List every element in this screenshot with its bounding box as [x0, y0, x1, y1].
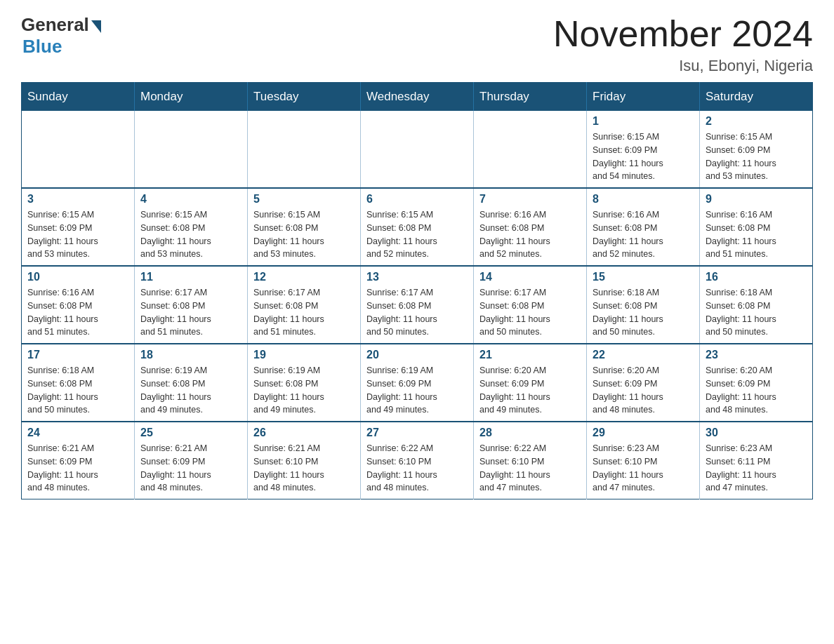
calendar-cell: 30Sunrise: 6:23 AMSunset: 6:11 PMDayligh… [700, 422, 813, 499]
calendar-cell: 11Sunrise: 6:17 AMSunset: 6:08 PMDayligh… [135, 266, 248, 344]
day-info: Sunrise: 6:20 AMSunset: 6:09 PMDaylight:… [706, 364, 807, 417]
day-info: Sunrise: 6:23 AMSunset: 6:10 PMDaylight:… [593, 442, 694, 495]
calendar-cell [22, 111, 135, 188]
weekday-header-sunday: Sunday [22, 83, 135, 112]
day-info: Sunrise: 6:22 AMSunset: 6:10 PMDaylight:… [479, 442, 581, 495]
day-info: Sunrise: 6:19 AMSunset: 6:08 PMDaylight:… [140, 364, 241, 417]
day-info: Sunrise: 6:19 AMSunset: 6:09 PMDaylight:… [366, 364, 468, 417]
weekday-header-wednesday: Wednesday [361, 83, 474, 112]
calendar-cell: 4Sunrise: 6:15 AMSunset: 6:08 PMDaylight… [135, 188, 248, 266]
day-number: 9 [706, 193, 807, 206]
calendar-header: SundayMondayTuesdayWednesdayThursdayFrid… [22, 83, 813, 112]
title-section: November 2024 Isu, Ebonyi, Nigeria [553, 14, 813, 75]
calendar-cell [135, 111, 248, 188]
day-number: 21 [479, 349, 581, 361]
day-info: Sunrise: 6:21 AMSunset: 6:10 PMDaylight:… [253, 442, 355, 495]
calendar-cell: 21Sunrise: 6:20 AMSunset: 6:09 PMDayligh… [474, 344, 587, 422]
day-number: 15 [593, 271, 694, 283]
day-info: Sunrise: 6:18 AMSunset: 6:08 PMDaylight:… [27, 364, 128, 417]
week-row-4: 17Sunrise: 6:18 AMSunset: 6:08 PMDayligh… [22, 344, 813, 422]
day-info: Sunrise: 6:20 AMSunset: 6:09 PMDaylight:… [479, 364, 581, 417]
calendar-cell: 23Sunrise: 6:20 AMSunset: 6:09 PMDayligh… [700, 344, 813, 422]
day-number: 17 [27, 349, 128, 361]
day-number: 4 [140, 193, 241, 206]
calendar-cell: 2Sunrise: 6:15 AMSunset: 6:09 PMDaylight… [700, 111, 813, 188]
day-info: Sunrise: 6:21 AMSunset: 6:09 PMDaylight:… [27, 442, 128, 495]
calendar-cell: 17Sunrise: 6:18 AMSunset: 6:08 PMDayligh… [22, 344, 135, 422]
calendar-cell [248, 111, 361, 188]
day-number: 3 [27, 193, 128, 206]
calendar-cell: 7Sunrise: 6:16 AMSunset: 6:08 PMDaylight… [474, 188, 587, 266]
weekday-header-row: SundayMondayTuesdayWednesdayThursdayFrid… [22, 83, 813, 112]
day-info: Sunrise: 6:17 AMSunset: 6:08 PMDaylight:… [366, 286, 468, 339]
day-number: 19 [253, 349, 355, 361]
logo-arrow-icon [91, 20, 101, 33]
logo: General Blue [21, 14, 101, 58]
page-header: General Blue November 2024 Isu, Ebonyi, … [21, 14, 813, 75]
calendar-cell: 8Sunrise: 6:16 AMSunset: 6:08 PMDaylight… [587, 188, 700, 266]
day-info: Sunrise: 6:19 AMSunset: 6:08 PMDaylight:… [253, 364, 355, 417]
day-number: 16 [706, 271, 807, 283]
calendar-cell: 6Sunrise: 6:15 AMSunset: 6:08 PMDaylight… [361, 188, 474, 266]
calendar-cell: 9Sunrise: 6:16 AMSunset: 6:08 PMDaylight… [700, 188, 813, 266]
day-number: 27 [366, 427, 468, 439]
calendar-body: 1Sunrise: 6:15 AMSunset: 6:09 PMDaylight… [22, 111, 813, 499]
week-row-3: 10Sunrise: 6:16 AMSunset: 6:08 PMDayligh… [22, 266, 813, 344]
logo-blue-text: Blue [22, 36, 62, 58]
calendar-cell: 22Sunrise: 6:20 AMSunset: 6:09 PMDayligh… [587, 344, 700, 422]
day-info: Sunrise: 6:16 AMSunset: 6:08 PMDaylight:… [593, 208, 694, 261]
calendar-cell: 10Sunrise: 6:16 AMSunset: 6:08 PMDayligh… [22, 266, 135, 344]
day-number: 24 [27, 427, 128, 439]
day-info: Sunrise: 6:15 AMSunset: 6:09 PMDaylight:… [706, 130, 807, 183]
day-number: 13 [366, 271, 468, 283]
calendar-cell: 27Sunrise: 6:22 AMSunset: 6:10 PMDayligh… [361, 422, 474, 499]
calendar-cell: 26Sunrise: 6:21 AMSunset: 6:10 PMDayligh… [248, 422, 361, 499]
calendar-title: November 2024 [553, 14, 813, 54]
day-info: Sunrise: 6:16 AMSunset: 6:08 PMDaylight:… [706, 208, 807, 261]
day-number: 23 [706, 349, 807, 361]
day-number: 8 [593, 193, 694, 206]
calendar-cell: 18Sunrise: 6:19 AMSunset: 6:08 PMDayligh… [135, 344, 248, 422]
calendar-cell: 19Sunrise: 6:19 AMSunset: 6:08 PMDayligh… [248, 344, 361, 422]
logo-general-text: General [21, 14, 89, 36]
calendar-cell: 1Sunrise: 6:15 AMSunset: 6:09 PMDaylight… [587, 111, 700, 188]
calendar-table: SundayMondayTuesdayWednesdayThursdayFrid… [21, 82, 813, 499]
day-info: Sunrise: 6:15 AMSunset: 6:09 PMDaylight:… [27, 208, 128, 261]
weekday-header-tuesday: Tuesday [248, 83, 361, 112]
day-info: Sunrise: 6:20 AMSunset: 6:09 PMDaylight:… [593, 364, 694, 417]
calendar-cell: 29Sunrise: 6:23 AMSunset: 6:10 PMDayligh… [587, 422, 700, 499]
day-info: Sunrise: 6:18 AMSunset: 6:08 PMDaylight:… [593, 286, 694, 339]
week-row-5: 24Sunrise: 6:21 AMSunset: 6:09 PMDayligh… [22, 422, 813, 499]
weekday-header-monday: Monday [135, 83, 248, 112]
day-number: 5 [253, 193, 355, 206]
calendar-subtitle: Isu, Ebonyi, Nigeria [553, 57, 813, 75]
day-info: Sunrise: 6:15 AMSunset: 6:08 PMDaylight:… [366, 208, 468, 261]
day-number: 26 [253, 427, 355, 439]
day-info: Sunrise: 6:23 AMSunset: 6:11 PMDaylight:… [706, 442, 807, 495]
calendar-cell: 3Sunrise: 6:15 AMSunset: 6:09 PMDaylight… [22, 188, 135, 266]
week-row-2: 3Sunrise: 6:15 AMSunset: 6:09 PMDaylight… [22, 188, 813, 266]
day-info: Sunrise: 6:15 AMSunset: 6:09 PMDaylight:… [593, 130, 694, 183]
calendar-cell: 14Sunrise: 6:17 AMSunset: 6:08 PMDayligh… [474, 266, 587, 344]
calendar-cell: 12Sunrise: 6:17 AMSunset: 6:08 PMDayligh… [248, 266, 361, 344]
calendar-cell: 28Sunrise: 6:22 AMSunset: 6:10 PMDayligh… [474, 422, 587, 499]
day-info: Sunrise: 6:15 AMSunset: 6:08 PMDaylight:… [140, 208, 241, 261]
calendar-cell: 25Sunrise: 6:21 AMSunset: 6:09 PMDayligh… [135, 422, 248, 499]
day-number: 10 [27, 271, 128, 283]
day-number: 2 [706, 115, 807, 128]
day-number: 22 [593, 349, 694, 361]
day-number: 14 [479, 271, 581, 283]
day-info: Sunrise: 6:18 AMSunset: 6:08 PMDaylight:… [706, 286, 807, 339]
week-row-1: 1Sunrise: 6:15 AMSunset: 6:09 PMDaylight… [22, 111, 813, 188]
weekday-header-thursday: Thursday [474, 83, 587, 112]
calendar-cell: 13Sunrise: 6:17 AMSunset: 6:08 PMDayligh… [361, 266, 474, 344]
calendar-cell: 5Sunrise: 6:15 AMSunset: 6:08 PMDaylight… [248, 188, 361, 266]
calendar-cell: 16Sunrise: 6:18 AMSunset: 6:08 PMDayligh… [700, 266, 813, 344]
day-number: 6 [366, 193, 468, 206]
day-number: 1 [593, 115, 694, 128]
day-number: 28 [479, 427, 581, 439]
day-info: Sunrise: 6:15 AMSunset: 6:08 PMDaylight:… [253, 208, 355, 261]
day-info: Sunrise: 6:17 AMSunset: 6:08 PMDaylight:… [479, 286, 581, 339]
day-info: Sunrise: 6:16 AMSunset: 6:08 PMDaylight:… [479, 208, 581, 261]
day-number: 12 [253, 271, 355, 283]
